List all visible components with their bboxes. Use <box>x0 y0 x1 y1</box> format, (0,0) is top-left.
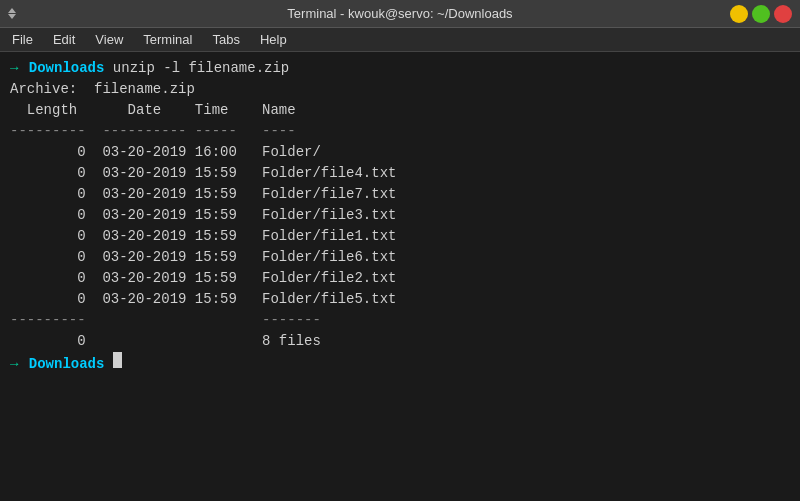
entry-1-text: 0 03-20-2019 15:59 Folder/file4.txt <box>10 163 396 184</box>
menu-help[interactable]: Help <box>252 30 295 49</box>
entry-6-text: 0 03-20-2019 15:59 Folder/file2.txt <box>10 268 396 289</box>
command-text-1: unzip -l filename.zip <box>104 58 289 79</box>
window-controls: − + × <box>730 5 792 23</box>
entry-6: 0 03-20-2019 15:59 Folder/file2.txt <box>10 268 790 289</box>
scroll-arrows <box>8 8 16 19</box>
window-title: Terminal - kwouk@servo: ~/Downloads <box>287 6 512 21</box>
title-bar-left <box>8 8 20 19</box>
prompt-dir-2: Downloads <box>29 354 105 375</box>
entry-4: 0 03-20-2019 15:59 Folder/file1.txt <box>10 226 790 247</box>
total-line: 0 8 files <box>10 331 790 352</box>
total-text: 0 8 files <box>10 331 321 352</box>
arrow-down-icon <box>8 14 16 19</box>
menu-bar: File Edit View Terminal Tabs Help <box>0 28 800 52</box>
col-header-text: Length Date Time Name <box>10 100 296 121</box>
entry-0-text: 0 03-20-2019 16:00 Folder/ <box>10 142 321 163</box>
col-headers: Length Date Time Name <box>10 100 790 121</box>
entry-3-text: 0 03-20-2019 15:59 Folder/file3.txt <box>10 205 396 226</box>
arrow-up-icon <box>8 8 16 13</box>
separator-top: --------- ---------- ----- ---- <box>10 121 790 142</box>
close-button[interactable]: × <box>774 5 792 23</box>
entry-7-text: 0 03-20-2019 15:59 Folder/file5.txt <box>10 289 396 310</box>
minimize-button[interactable]: − <box>730 5 748 23</box>
entry-3: 0 03-20-2019 15:59 Folder/file3.txt <box>10 205 790 226</box>
entry-1: 0 03-20-2019 15:59 Folder/file4.txt <box>10 163 790 184</box>
separator-bottom-text: --------- ------- <box>10 310 321 331</box>
title-bar: Terminal - kwouk@servo: ~/Downloads − + … <box>0 0 800 28</box>
entry-4-text: 0 03-20-2019 15:59 Folder/file1.txt <box>10 226 396 247</box>
archive-line: Archive: filename.zip <box>10 79 790 100</box>
entry-2: 0 03-20-2019 15:59 Folder/file7.txt <box>10 184 790 205</box>
separator-top-text: --------- ---------- ----- ---- <box>10 121 296 142</box>
menu-view[interactable]: View <box>87 30 131 49</box>
separator-bottom: --------- ------- <box>10 310 790 331</box>
terminal-area[interactable]: → Downloads unzip -l filename.zip Archiv… <box>0 52 800 501</box>
maximize-button[interactable]: + <box>752 5 770 23</box>
prompt-arrow-1: → <box>10 58 18 79</box>
prompt-dir-1: Downloads <box>29 58 105 79</box>
archive-label: Archive: filename.zip <box>10 79 195 100</box>
command-line-2: → Downloads <box>10 352 790 375</box>
menu-tabs[interactable]: Tabs <box>204 30 247 49</box>
command-line-1: → Downloads unzip -l filename.zip <box>10 58 790 79</box>
entry-0: 0 03-20-2019 16:00 Folder/ <box>10 142 790 163</box>
terminal-cursor <box>113 352 122 368</box>
prompt-arrow-2: → <box>10 354 18 375</box>
entry-5: 0 03-20-2019 15:59 Folder/file6.txt <box>10 247 790 268</box>
menu-file[interactable]: File <box>4 30 41 49</box>
menu-terminal[interactable]: Terminal <box>135 30 200 49</box>
entry-7: 0 03-20-2019 15:59 Folder/file5.txt <box>10 289 790 310</box>
menu-edit[interactable]: Edit <box>45 30 83 49</box>
entry-2-text: 0 03-20-2019 15:59 Folder/file7.txt <box>10 184 396 205</box>
entry-5-text: 0 03-20-2019 15:59 Folder/file6.txt <box>10 247 396 268</box>
